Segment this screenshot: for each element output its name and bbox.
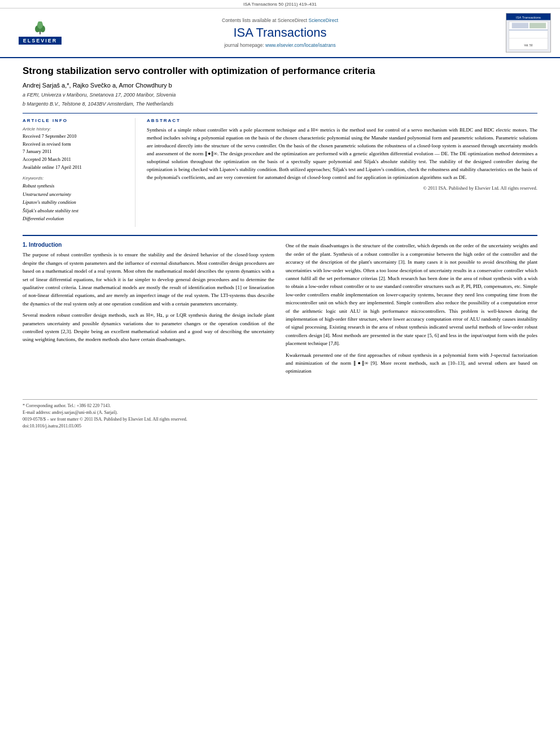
keywords-label: Keywords: bbox=[23, 176, 128, 181]
keyword-5: Differential evolution bbox=[23, 215, 128, 222]
intro-paragraph-2: Several modern robust controller design … bbox=[23, 311, 274, 344]
footnote-corresponding-author: * Corresponding author. Tel.: +386 02 22… bbox=[23, 403, 537, 409]
journal-header-center: Contents lists available at ScienceDirec… bbox=[71, 18, 489, 48]
affiliation-b: b Margento B.V., Telstone 8, 1043BV Amst… bbox=[23, 101, 537, 108]
journal-top-bar: ISA Transactions 50 (2011) 419–431 bbox=[0, 0, 560, 8]
body-section: 1. Introduction The purpose of robust co… bbox=[23, 235, 537, 378]
paper-footer: * Corresponding author. Tel.: +386 02 22… bbox=[23, 399, 537, 430]
footnote-email: E-mail address: andrej.sarjas@uni-mb.si … bbox=[23, 409, 537, 416]
contents-available-line: Contents lists available at ScienceDirec… bbox=[71, 18, 489, 23]
elsevier-banner: ELSEVIER bbox=[19, 37, 62, 45]
abstract-text: Synthesis of a simple robust controller … bbox=[147, 126, 537, 182]
affiliation-a: a FERI, Univerza v Mariboru, Snetanova 1… bbox=[23, 91, 537, 99]
accepted-date: Accepted 20 March 2011 bbox=[23, 156, 128, 164]
body-left-column: 1. Introduction The purpose of robust co… bbox=[23, 242, 274, 378]
right-col-paragraph-1: One of the main disadvantages is the str… bbox=[286, 242, 537, 347]
body-right-column: One of the main disadvantages is the str… bbox=[286, 242, 537, 378]
elsevier-logo: ELSEVIER bbox=[19, 21, 62, 45]
article-history-group: Article history: Received 7 September 20… bbox=[23, 126, 128, 171]
authors: Andrej Sarjaš a,*, Rajko Svečko a, Amor … bbox=[23, 82, 537, 89]
sciencedirect-link[interactable]: ScienceDirect bbox=[309, 18, 338, 23]
journal-header-right: ISA Transactions Vol. 50 bbox=[489, 13, 551, 53]
abstract-copyright: © 2011 ISA. Published by Elsevier Ltd. A… bbox=[147, 185, 537, 191]
keyword-1: Robust synthesis bbox=[23, 182, 128, 190]
svg-rect-12 bbox=[530, 23, 546, 28]
footnote-doi: doi:10.1016/j.isatra.2011.03.005 bbox=[23, 423, 537, 430]
article-dates: Received 7 September 2010 Received in re… bbox=[23, 133, 128, 171]
svg-rect-11 bbox=[512, 23, 528, 28]
journal-citation: ISA Transactions 50 (2011) 419–431 bbox=[243, 2, 317, 7]
journal-header-left: ELSEVIER bbox=[9, 21, 71, 45]
info-abstract-row: ARTICLE INFO Article history: Received 7… bbox=[23, 113, 537, 227]
right-col-paragraph-2: Kwakernaak presented one of the first ap… bbox=[286, 351, 537, 375]
footnote-copyright: 0019-0578/$ – see front matter © 2011 IS… bbox=[23, 416, 537, 423]
received-date: Received 7 September 2010 bbox=[23, 133, 128, 141]
paper-title: Strong stabilization servo controller wi… bbox=[23, 65, 537, 77]
revised-label: Received in revised form bbox=[23, 141, 128, 148]
article-info-column: ARTICLE INFO Article history: Received 7… bbox=[23, 118, 135, 227]
elsevier-tree-icon bbox=[33, 21, 47, 35]
history-label: Article history: bbox=[23, 126, 128, 132]
article-info-label: ARTICLE INFO bbox=[23, 118, 128, 123]
keywords-group: Keywords: Robust synthesis Unstructured … bbox=[23, 176, 128, 222]
svg-text:ISA Transactions: ISA Transactions bbox=[516, 16, 541, 19]
abstract-column: ABSTRACT Synthesis of a simple robust co… bbox=[147, 118, 537, 227]
journal-cover-image: ISA Transactions Vol. 50 bbox=[506, 13, 551, 53]
keyword-2: Unstructured uncertainty bbox=[23, 190, 128, 198]
keyword-3: Lipatov's stability condition bbox=[23, 198, 128, 206]
introduction-heading: 1. Introduction bbox=[23, 242, 274, 248]
available-date: Available online 17 April 2011 bbox=[23, 164, 128, 172]
keyword-4: Šiljak's absolute stability test bbox=[23, 207, 128, 215]
intro-paragraph-1: The purpose of robust controller synthes… bbox=[23, 251, 274, 308]
elsevier-logo-graphic bbox=[33, 21, 47, 35]
abstract-label: ABSTRACT bbox=[147, 118, 537, 123]
paper-content: Strong stabilization servo controller wi… bbox=[0, 58, 560, 390]
homepage-link[interactable]: www.elsevier.com/locate/isatrans bbox=[265, 42, 336, 48]
keywords-list: Robust synthesis Unstructured uncertaint… bbox=[23, 182, 128, 222]
svg-text:Vol. 50: Vol. 50 bbox=[524, 44, 533, 47]
cover-svg: ISA Transactions Vol. 50 bbox=[506, 13, 550, 53]
revised-date: 7 January 2011 bbox=[23, 148, 128, 156]
journal-homepage: journal homepage: www.elsevier.com/locat… bbox=[71, 42, 489, 48]
journal-title: ISA Transactions bbox=[71, 25, 489, 40]
journal-header: ELSEVIER Contents lists available at Sci… bbox=[0, 8, 560, 58]
